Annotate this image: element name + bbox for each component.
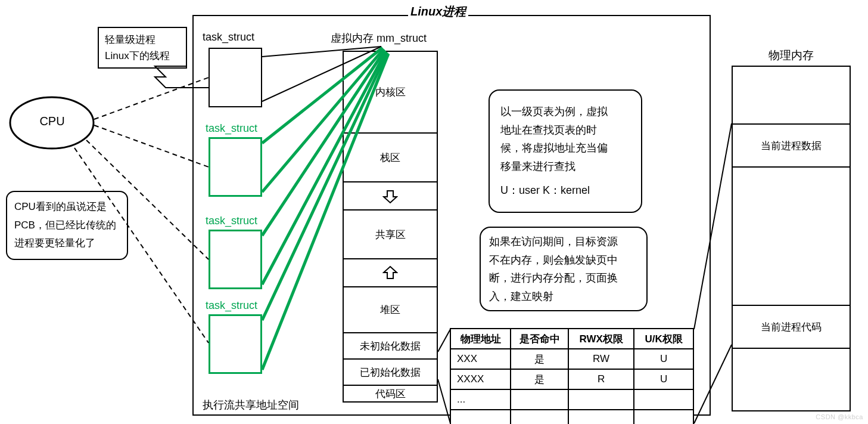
note-page-fault: 如果在访问期间，目标资源 不在内存，则会触发缺页中 断，进行内存分配，页面换 入… bbox=[480, 227, 648, 311]
note2-l2: 不在内存，则会触发缺页中 bbox=[489, 251, 638, 270]
mm-row-up-arrow bbox=[344, 259, 437, 287]
pt-h3: RWX权限 bbox=[568, 329, 634, 349]
task-struct-label-2: task_struct bbox=[206, 122, 257, 135]
task-struct-box-4 bbox=[209, 314, 262, 374]
note2-l4: 入，建立映射 bbox=[489, 287, 638, 306]
note1-l2: 地址在查找页表的时 bbox=[500, 121, 630, 140]
mm-row-kernel: 内核区 bbox=[344, 52, 437, 134]
page-table-header-row: 物理地址 是否命中 RWX权限 U/K权限 bbox=[450, 329, 693, 349]
callout-lightweight: 轻量级进程 Linux下的线程 bbox=[98, 27, 187, 69]
mm-row-down-arrow bbox=[344, 182, 437, 211]
mm-row-bss: 未初始化数据 bbox=[344, 333, 437, 360]
physical-memory-title: 物理内存 bbox=[769, 48, 814, 63]
page-table-row: XXX 是 RW U bbox=[450, 349, 693, 369]
callout-cpu-note: CPU看到的虽说还是PCB，但已经比传统的进程要更轻量化了 bbox=[6, 191, 128, 260]
pt-h4: U/K权限 bbox=[634, 329, 693, 349]
diagram-root: Linux进程 CPU 轻量级进程 Linux下的线程 CPU看到的虽说还是PC… bbox=[0, 0, 868, 424]
page-table: 物理地址 是否命中 RWX权限 U/K权限 XXX 是 RW U XXXX 是 … bbox=[450, 328, 694, 424]
note1-l4: 移量来进行查找 bbox=[500, 157, 630, 176]
note1-l1: 以一级页表为例，虚拟 bbox=[500, 103, 630, 121]
watermark: CSDN @kkbca bbox=[816, 413, 863, 420]
cpu-node: CPU bbox=[9, 95, 95, 150]
cpu-label: CPU bbox=[9, 114, 95, 128]
task-struct-label-3: task_struct bbox=[206, 215, 257, 227]
svg-line-2 bbox=[94, 125, 209, 167]
pt-h1: 物理地址 bbox=[450, 329, 511, 349]
task-struct-label-4: task_struct bbox=[206, 299, 257, 312]
note1-l5: U：user K：kernel bbox=[500, 181, 630, 200]
mm-row-heap: 堆区 bbox=[344, 287, 437, 333]
mm-struct-title: 虚拟内存 mm_struct bbox=[331, 31, 427, 45]
page-table-row: ... bbox=[450, 389, 693, 410]
note1-l3: 候，将虚拟地址充当偏 bbox=[500, 139, 630, 157]
mm-row-code: 代码区 bbox=[344, 386, 437, 401]
callout-lightweight-l2: Linux下的线程 bbox=[105, 48, 180, 64]
task-struct-label-1: task_struct bbox=[203, 31, 254, 44]
phys-current-data: 当前进程数据 bbox=[733, 123, 850, 168]
physical-memory-column: 当前进程数据 当前进程代码 bbox=[732, 66, 851, 411]
task-struct-box-2 bbox=[209, 137, 262, 197]
note2-l3: 断，进行内存分配，页面换 bbox=[489, 269, 638, 287]
task-struct-box-1 bbox=[209, 48, 262, 107]
phys-current-code: 当前进程代码 bbox=[733, 305, 850, 349]
diagram-title: Linux进程 bbox=[408, 4, 468, 20]
note-page-table-lookup: 以一级页表为例，虚拟 地址在查找页表的时 候，将虚拟地址充当偏 移量来进行查找 … bbox=[489, 89, 642, 213]
exec-flow-note: 执行流共享地址空间 bbox=[203, 398, 299, 412]
note2-l1: 如果在访问期间，目标资源 bbox=[489, 233, 638, 251]
mm-row-stack: 栈区 bbox=[344, 134, 437, 182]
task-struct-box-3 bbox=[209, 230, 262, 289]
mm-row-shared: 共享区 bbox=[344, 211, 437, 259]
page-table-row: XXXX 是 R U bbox=[450, 369, 693, 389]
mm-struct-column: 内核区 栈区 共享区 堆区 未初始化数据 已初始化数据 代码区 bbox=[343, 51, 438, 403]
mm-row-data: 已初始化数据 bbox=[344, 360, 437, 386]
svg-line-1 bbox=[94, 78, 209, 119]
page-table-row bbox=[450, 410, 693, 424]
pt-h2: 是否命中 bbox=[511, 329, 568, 349]
callout-lightweight-l1: 轻量级进程 bbox=[105, 32, 180, 48]
